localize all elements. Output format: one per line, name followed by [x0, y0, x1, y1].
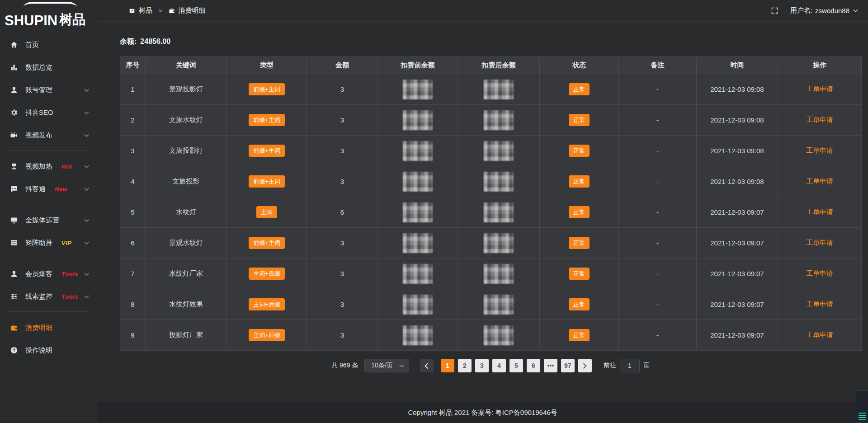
cell-time: 2021-12-03 09:08: [697, 105, 778, 136]
work-order-link[interactable]: 工单申请: [806, 116, 833, 123]
cell-remark: -: [619, 136, 697, 166]
cell-balance-before: [378, 166, 458, 197]
cell-balance-before: [378, 289, 458, 320]
page-button-3[interactable]: 3: [475, 359, 489, 372]
cell-type: 主词+后缀: [227, 289, 307, 320]
work-order-link[interactable]: 工单申请: [806, 331, 833, 338]
username-value: zswodun88: [815, 7, 849, 14]
sidebar-item-15[interactable]: 消费明细: [0, 316, 97, 339]
breadcrumb-item-current: 消费明细: [179, 6, 206, 15]
masked-value: [484, 172, 514, 192]
page-button-1[interactable]: 1: [441, 359, 454, 372]
goto-page-input[interactable]: [620, 359, 640, 372]
work-order-link[interactable]: 工单申请: [806, 146, 833, 154]
work-order-link[interactable]: 工单申请: [806, 239, 833, 246]
sidebar-item-9[interactable]: 全媒体运营: [0, 209, 97, 231]
sidebar-item-label: 视频加热: [25, 162, 52, 171]
column-header: 金额: [307, 57, 378, 74]
wallet-icon: [169, 8, 175, 14]
table-row: 5水纹灯主词6正常-2021-12-03 09:07工单申请: [120, 197, 862, 228]
chevron-down-icon: [84, 134, 89, 137]
sidebar-item-16[interactable]: ?操作说明: [0, 339, 97, 362]
sidebar-item-0[interactable]: 首页: [0, 33, 97, 56]
fullscreen-icon[interactable]: [771, 7, 778, 14]
breadcrumb-item-home[interactable]: 树品: [139, 6, 152, 15]
sidebar-item-tag: Tools: [61, 293, 78, 300]
masked-value: [403, 295, 433, 315]
sidebar-item-10[interactable]: 矩阵助推VIP: [0, 231, 97, 254]
cell-type: 主词+后缀: [227, 320, 307, 351]
work-order-link[interactable]: 工单申请: [806, 85, 833, 93]
masked-value: [484, 80, 514, 99]
sidebar-item-2[interactable]: 账号管理: [0, 79, 97, 101]
column-header: 扣费前余额: [378, 57, 458, 74]
sidebar: SHUPIN 树品 首页数据总览账号管理抖音SEO视频发布视频加热Hot抖客通N…: [0, 0, 97, 423]
chevron-down-icon: [84, 188, 89, 191]
cell-keyword: 水纹灯: [146, 197, 227, 228]
work-order-link[interactable]: 工单申请: [806, 300, 833, 308]
cell-remark: -: [619, 228, 697, 258]
goto-label: 前往: [604, 362, 616, 370]
chevron-down-icon: [84, 111, 89, 114]
page-button-2[interactable]: 2: [458, 359, 472, 372]
sidebar-item-4[interactable]: 视频发布: [0, 124, 97, 146]
floating-widget[interactable]: [856, 390, 868, 423]
cell-status: 正常: [540, 289, 619, 320]
chevron-down-icon: [84, 165, 89, 168]
topbar: 树品 > 消费明细 用户名: zswodun88: [97, 0, 868, 22]
sidebar-item-6[interactable]: 视频加热Hot: [0, 155, 97, 178]
status-badge: 正常: [569, 83, 590, 95]
sidebar-item-13[interactable]: 线索监控Tools: [0, 285, 97, 308]
masked-value: [403, 80, 433, 99]
sidebar-item-12[interactable]: 会员爆客Tools: [0, 263, 97, 285]
next-page-button[interactable]: [578, 359, 592, 372]
type-badge: 前缀+主词: [249, 83, 285, 95]
cell-amount: 3: [307, 228, 378, 258]
page-button-6[interactable]: 6: [527, 359, 540, 372]
page-button-5[interactable]: 5: [509, 359, 523, 372]
cell-balance-after: [458, 228, 540, 258]
sidebar-divider: [8, 258, 89, 258]
sidebar-item-3[interactable]: 抖音SEO: [0, 101, 97, 124]
page-size-select[interactable]: 10条/页: [364, 359, 409, 372]
cell-status: 正常: [540, 197, 619, 228]
cell-index: 3: [120, 136, 146, 166]
logo-arc: [24, 2, 77, 12]
cell-balance-before: [378, 320, 458, 351]
chevron-down-icon: [84, 295, 89, 298]
masked-value: [403, 233, 433, 253]
masked-value: [484, 202, 514, 222]
work-order-link[interactable]: 工单申请: [806, 177, 833, 185]
cell-time: 2021-12-03 09:08: [697, 136, 778, 166]
page-button-4[interactable]: 4: [492, 359, 506, 372]
masked-value: [403, 264, 433, 284]
column-header: 序号: [120, 57, 146, 74]
masked-value: [403, 172, 433, 192]
work-order-link[interactable]: 工单申请: [806, 269, 833, 277]
user-menu[interactable]: 用户名: zswodun88: [790, 6, 858, 15]
pagination: 共 969 条 10条/页 123456•••97 前往 页: [120, 359, 861, 372]
cell-time: 2021-12-03 09:08: [697, 74, 778, 105]
masked-value: [484, 325, 514, 345]
chevron-down-icon: [399, 364, 404, 367]
status-badge: 正常: [569, 268, 590, 280]
more-pages-button[interactable]: •••: [544, 359, 557, 372]
bar-chart-icon: [10, 63, 18, 71]
cell-balance-before: [378, 74, 458, 105]
masked-value: [403, 202, 433, 222]
status-badge: 正常: [569, 329, 590, 341]
status-badge: 正常: [569, 145, 590, 157]
prev-page-button[interactable]: [420, 359, 434, 372]
type-badge: 主词: [256, 206, 277, 218]
sidebar-item-label: 会员爆客: [25, 270, 52, 278]
cell-type: 前缀+主词: [227, 228, 307, 258]
cell-amount: 6: [307, 197, 378, 228]
page-button-97[interactable]: 97: [561, 359, 575, 372]
cell-time: 2021-12-03 09:07: [697, 228, 778, 258]
sidebar-item-7[interactable]: 抖客通New: [0, 178, 97, 200]
chevron-down-icon: [853, 9, 858, 12]
sidebar-item-1[interactable]: 数据总览: [0, 56, 97, 79]
balance-value: 24856.00: [140, 38, 170, 45]
grid-icon: [10, 239, 18, 247]
work-order-link[interactable]: 工单申请: [806, 208, 833, 216]
